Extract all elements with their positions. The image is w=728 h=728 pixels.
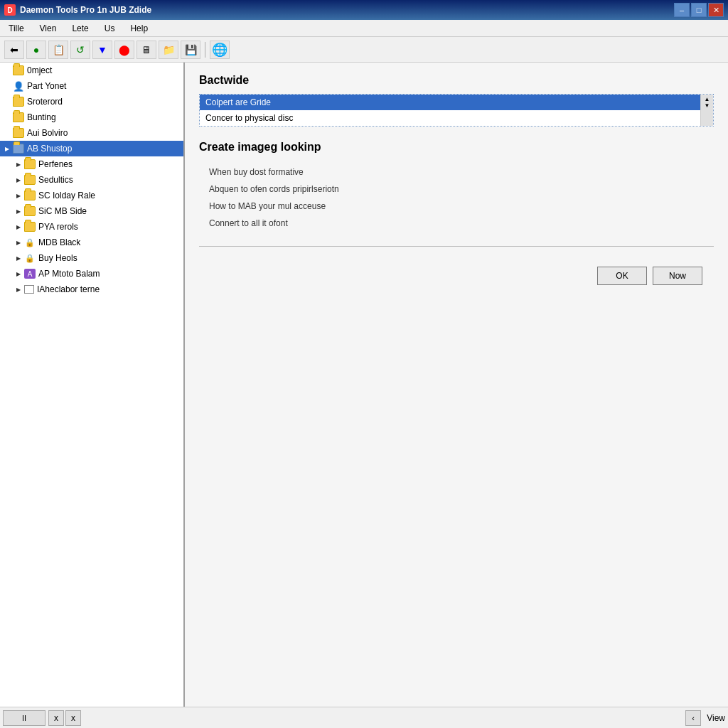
tree-arrow-perfenes: ▶ — [14, 160, 23, 168]
tree-label-aui-bolviro: Aui Bolviro — [27, 128, 68, 138]
tree-label-sedultics: Sedultics — [38, 175, 73, 185]
tree-item-iaheclabor-terne[interactable]: ▶ IAheclabor terne — [0, 282, 183, 297]
tree-label-sc-iolday-rale: SC Iolday Rale — [38, 191, 95, 200]
tree-label-part-yonet: Part Yonet — [27, 81, 66, 91]
title-bar-buttons: – □ ✕ — [674, 3, 724, 17]
tree-arrow-part-yonet — [3, 82, 11, 90]
folder-icon-ab-shustop — [13, 144, 24, 154]
toolbar-back-btn[interactable]: ⬅ — [4, 41, 24, 59]
pause-button[interactable]: II — [3, 710, 46, 726]
window-title: Daemon Tools Pro 1n JUB Zdide — [20, 5, 151, 15]
special-icon-ap-mtoto-balam: A — [24, 269, 36, 279]
view-label: View — [707, 713, 725, 723]
tree-label-0mject: 0mject — [27, 65, 52, 75]
tree-item-sedultics[interactable]: ▶ Sedultics — [0, 172, 183, 188]
lock-icon-buy-heols: 🔒 — [24, 252, 36, 264]
maximize-button[interactable]: □ — [691, 3, 707, 17]
menu-lete[interactable]: Lete — [68, 22, 92, 35]
tree-item-sc-iolday-rale[interactable]: ▶ SC Iolday Rale — [0, 188, 183, 203]
divider — [199, 246, 714, 247]
folder-icon-perfenes — [24, 159, 36, 169]
toolbar-red-btn[interactable]: ⬤ — [114, 41, 134, 59]
tree-item-part-yonet[interactable]: 👤 Part Yonet — [0, 78, 183, 94]
folder-icon-0mject — [13, 65, 24, 75]
status-left: II x x — [3, 710, 81, 726]
tree-label-perfenes: Perfenes — [38, 159, 73, 169]
section2-title: Create imageg lookinp — [199, 141, 714, 154]
tree-arrow-iaheclabor-terne: ▶ — [14, 285, 23, 294]
menu-tille[interactable]: Tille — [4, 22, 28, 35]
tree-label-mdb-black: MDB Black — [38, 237, 80, 247]
tree-item-ap-mtoto-balam[interactable]: ▶ A AP Mtoto Balam — [0, 266, 183, 282]
tree-label-sic-mb-side: SiC MB Side — [38, 206, 87, 216]
toolbar-globe-btn[interactable]: 🌐 — [210, 41, 230, 59]
folder-icon-sroterord — [13, 97, 24, 107]
toolbar-folder-btn[interactable]: 📁 — [159, 41, 178, 59]
minimize-button[interactable]: – — [674, 3, 690, 17]
tree-item-aui-bolviro[interactable]: Aui Bolviro — [0, 125, 183, 141]
info-line-2: Abquen to ofen cords pripirlseriotn — [199, 181, 714, 198]
tree-arrow-ap-mtoto-balam: ▶ — [14, 269, 23, 278]
main-layout: 0mject 👤 Part Yonet Sroterord Bunting Au… — [0, 63, 728, 707]
nav-back-button[interactable]: ‹ — [685, 710, 701, 726]
dropdown-option2[interactable]: Concer to physical disc — [200, 110, 700, 126]
tree-label-buy-heols: Buy Heols — [38, 253, 77, 263]
lock-icon-mdb-black: 🔒 — [24, 237, 36, 248]
info-line-1: When buy dost formative — [199, 164, 714, 181]
square-icon-iaheclabor-terne — [24, 285, 34, 294]
tree-item-ab-shustop[interactable]: ▶ AB Shustop — [0, 141, 183, 156]
folder-icon-aui-bolviro — [13, 128, 24, 138]
ok-button[interactable]: OK — [597, 267, 647, 285]
close-x2-button[interactable]: x — [65, 710, 81, 726]
tree-label-ap-mtoto-balam: AP Mtoto Balam — [38, 269, 100, 279]
folder-icon-sc-iolday-rale — [24, 191, 36, 200]
dropdown-scroll-down[interactable]: ▼ — [701, 102, 713, 109]
menu-vien[interactable]: Vien — [36, 22, 61, 35]
right-panel: Bactwide Colpert are Gride ▲ ▼ Concer to… — [185, 63, 728, 707]
close-x1-button[interactable]: x — [48, 710, 64, 726]
tree-label-pya-rerols: PYA rerols — [38, 222, 78, 232]
person-icon-part-yonet: 👤 — [13, 80, 24, 92]
tree-arrow-mdb-black: ▶ — [14, 238, 23, 247]
title-bar-left: D Daemon Tools Pro 1n JUB Zdide — [4, 4, 151, 16]
status-bar: II x x ‹ View — [0, 707, 728, 728]
folder-icon-pya-rerols — [24, 222, 36, 232]
dropdown-selected[interactable]: Colpert are Gride — [200, 95, 700, 110]
tree-arrow-sic-mb-side: ▶ — [14, 207, 23, 215]
menu-help[interactable]: Help — [126, 22, 152, 35]
dropdown-container[interactable]: Colpert are Gride ▲ ▼ Concer to physical… — [199, 94, 714, 127]
toolbar-green-btn[interactable]: ● — [26, 41, 46, 59]
close-buttons: x x — [48, 710, 81, 726]
section1-title: Bactwide — [199, 74, 714, 87]
folder-icon-bunting — [13, 112, 24, 122]
tree-label-sroterord: Sroterord — [27, 97, 63, 107]
toolbar-down-btn[interactable]: ▼ — [92, 41, 112, 59]
now-button[interactable]: Now — [653, 267, 702, 285]
tree-arrow-aui-bolviro — [3, 129, 11, 137]
tree-arrow-sc-iolday-rale: ▶ — [14, 191, 23, 200]
tree-label-ab-shustop: AB Shustop — [27, 144, 72, 154]
pause-icon: II — [22, 714, 26, 722]
tree-item-pya-rerols[interactable]: ▶ PYA rerols — [0, 219, 183, 235]
toolbar-monitor-btn[interactable]: 🖥 — [136, 41, 156, 59]
tree-item-mdb-black[interactable]: ▶ 🔒 MDB Black — [0, 235, 183, 250]
close-button[interactable]: ✕ — [708, 3, 724, 17]
tree-item-0mject[interactable]: 0mject — [0, 63, 183, 78]
dropdown-scroll-up[interactable]: ▲ — [701, 96, 713, 102]
tree-item-bunting[interactable]: Bunting — [0, 109, 183, 125]
tree-label-bunting: Bunting — [27, 112, 56, 122]
toolbar-save-btn[interactable]: 💾 — [181, 41, 200, 59]
tree-item-buy-heols[interactable]: ▶ 🔒 Buy Heols — [0, 250, 183, 266]
tree-item-perfenes[interactable]: ▶ Perfenes — [0, 156, 183, 172]
title-bar: D Daemon Tools Pro 1n JUB Zdide – □ ✕ — [0, 0, 728, 20]
tree-arrow-ab-shustop: ▶ — [3, 144, 11, 153]
toolbar-copy-btn[interactable]: 📋 — [48, 41, 68, 59]
tree-item-sroterord[interactable]: Sroterord — [0, 94, 183, 109]
tree-arrow-sroterord — [3, 97, 11, 106]
info-line-3: How to MAB your mul acceuse — [199, 198, 714, 215]
tree-arrow-0mject — [3, 66, 11, 75]
menu-us[interactable]: Us — [100, 22, 119, 35]
tree-arrow-pya-rerols: ▶ — [14, 223, 23, 231]
tree-item-sic-mb-side[interactable]: ▶ SiC MB Side — [0, 203, 183, 219]
toolbar-refresh-btn[interactable]: ↺ — [70, 41, 90, 59]
